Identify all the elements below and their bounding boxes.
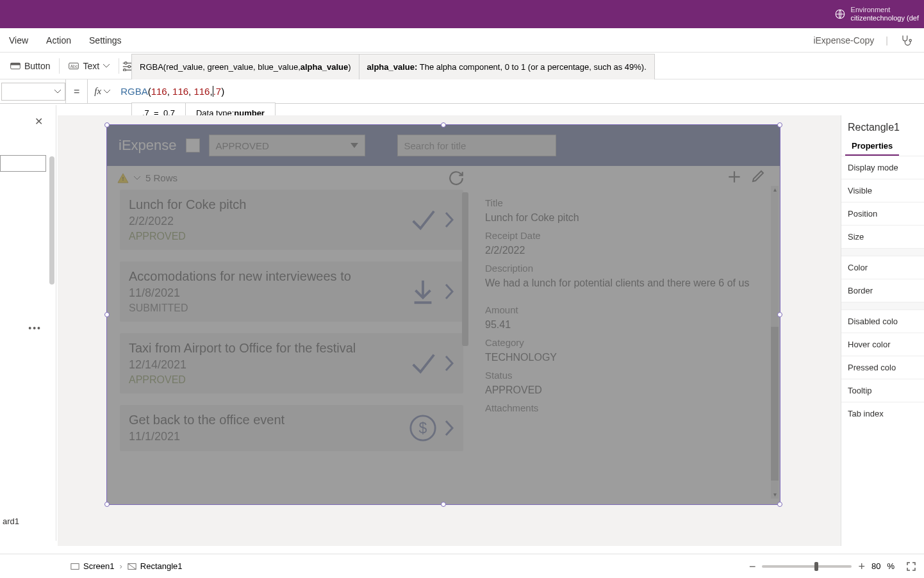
warning-icon: ! [117, 173, 129, 183]
formula-input[interactable]: RGBA(116, 116, 116,.7) [117, 86, 224, 97]
svg-point-7 [125, 62, 128, 64]
properties-panel: Rectangle1 Properties Display mode Visib… [841, 115, 924, 546]
svg-point-9 [128, 65, 131, 68]
tree-item-truncated[interactable]: ard1 [3, 516, 19, 526]
dollar-icon: $ [408, 413, 438, 443]
resize-handle[interactable] [441, 122, 446, 128]
prop-pressed-color[interactable]: Pressed colo [841, 356, 924, 379]
tree-search-input[interactable] [0, 155, 46, 172]
list-item[interactable]: Get back to the office event 11/1/2021 $ [120, 405, 463, 451]
environment-block[interactable]: Environment citizentechnology (def [834, 6, 919, 22]
canvas[interactable]: iExpense APPROVED Search for title ! 5 R… [58, 115, 924, 546]
prop-color[interactable]: Color [841, 256, 924, 279]
zoom-out-button[interactable]: − [749, 561, 756, 572]
chevron-right-icon[interactable] [444, 211, 454, 229]
expense-list: Lunch for Coke pitch 2/2/2022 APPROVED A… [107, 186, 472, 499]
menu-bar: View Action Settings iExpense-Copy | [0, 28, 924, 53]
rectangle-icon [128, 562, 136, 571]
resize-handle[interactable] [777, 122, 782, 128]
check-icon [408, 205, 438, 235]
status-dropdown[interactable]: APPROVED [209, 135, 365, 156]
resize-handle[interactable] [104, 122, 110, 128]
pencil-icon[interactable] [750, 169, 766, 184]
prop-display-mode[interactable]: Display mode [841, 156, 924, 179]
svg-point-1 [909, 39, 911, 41]
chevron-down-icon [104, 90, 110, 94]
chevron-right-icon[interactable] [444, 283, 454, 301]
download-icon [408, 277, 438, 306]
insert-text-control[interactable]: Abc Text [62, 58, 116, 74]
scrollbar-thumb[interactable] [462, 192, 468, 346]
zoom-slider[interactable] [762, 565, 852, 568]
property-selector[interactable] [1, 83, 65, 101]
app-checker-icon[interactable] [900, 34, 912, 47]
breadcrumb-rectangle[interactable]: Rectangle1 [122, 561, 188, 571]
scrollbar-thumb[interactable] [49, 156, 54, 285]
svg-text:$: $ [419, 420, 427, 436]
svg-rect-3 [11, 63, 21, 65]
list-item[interactable]: Accomodations for new interviewees to 11… [120, 261, 463, 322]
tree-view-panel: ✕ ••• [0, 105, 56, 541]
insert-button-control[interactable]: Button [4, 58, 56, 74]
tab-properties[interactable]: Properties [845, 137, 899, 156]
chevron-down-icon [103, 64, 110, 68]
prop-size[interactable]: Size [841, 225, 924, 248]
chevron-right-icon[interactable] [444, 354, 454, 372]
filter-checkbox[interactable] [186, 138, 200, 153]
chevron-down-icon [54, 90, 61, 94]
environment-value: citizentechnology (def [851, 14, 919, 22]
resize-handle[interactable] [777, 312, 782, 317]
app-title: iExpense [119, 137, 177, 154]
environment-label: Environment [851, 6, 919, 14]
formula-signature: RGBA(red_value, green_value, blue_value,… [131, 54, 655, 79]
scroll-up-icon[interactable]: ▴ [771, 186, 779, 194]
list-header: ! 5 Rows [107, 166, 780, 186]
refresh-icon[interactable] [448, 170, 465, 186]
resize-handle[interactable] [104, 502, 110, 507]
prop-border[interactable]: Border [841, 279, 924, 302]
globe-icon [834, 8, 846, 20]
breadcrumb-screen[interactable]: Screen1 [65, 561, 119, 571]
prop-position[interactable]: Position [841, 202, 924, 225]
list-item[interactable]: Taxi from Airport to Office for the fest… [120, 333, 463, 393]
plus-icon[interactable] [726, 169, 743, 185]
fx-label[interactable]: fx [88, 86, 117, 97]
text-input-icon: Abc [69, 61, 79, 71]
app-preview: iExpense APPROVED Search for title ! 5 R… [107, 125, 780, 504]
menu-action[interactable]: Action [46, 35, 71, 45]
chevron-down-icon [134, 176, 140, 180]
svg-text:Abc: Abc [70, 63, 78, 68]
svg-line-19 [128, 563, 136, 569]
selection-rectangle[interactable]: iExpense APPROVED Search for title ! 5 R… [106, 124, 780, 505]
svg-rect-17 [71, 563, 79, 569]
list-item[interactable]: Lunch for Coke pitch 2/2/2022 APPROVED [120, 190, 463, 250]
resize-handle[interactable] [777, 502, 782, 507]
app-header: iExpense APPROVED Search for title [107, 125, 780, 166]
button-icon [10, 61, 21, 71]
check-icon [408, 349, 438, 378]
zoom-in-button[interactable]: + [858, 561, 865, 572]
selected-element-name: Rectangle1 [841, 115, 924, 137]
chevron-right-icon[interactable] [444, 419, 454, 437]
fit-to-screen-icon[interactable] [906, 561, 916, 572]
formula-bar: = fx RGBA(116, 116, 116,.7) [0, 79, 924, 104]
chevron-down-icon [351, 143, 358, 148]
row-count: 5 Rows [145, 172, 177, 183]
prop-tooltip[interactable]: Tooltip [841, 379, 924, 402]
prop-visible[interactable]: Visible [841, 179, 924, 202]
prop-tab-index[interactable]: Tab index [841, 402, 924, 425]
title-bar: Environment citizentechnology (def [0, 0, 924, 28]
svg-text:!: ! [122, 176, 124, 182]
more-icon[interactable]: ••• [28, 323, 42, 333]
menu-view[interactable]: View [9, 35, 28, 45]
search-input[interactable]: Search for title [397, 135, 556, 156]
resize-handle[interactable] [104, 312, 110, 317]
prop-disabled-color[interactable]: Disabled colo [841, 310, 924, 333]
close-icon[interactable]: ✕ [35, 115, 43, 128]
detail-form: ▴ ▾ Title Lunch for Coke pitch Receipt D… [472, 186, 780, 499]
scrollbar-thumb[interactable] [771, 327, 779, 481]
scroll-down-icon[interactable]: ▾ [771, 491, 779, 499]
prop-hover-color[interactable]: Hover color [841, 333, 924, 356]
menu-settings[interactable]: Settings [89, 35, 122, 45]
resize-handle[interactable] [441, 502, 446, 507]
